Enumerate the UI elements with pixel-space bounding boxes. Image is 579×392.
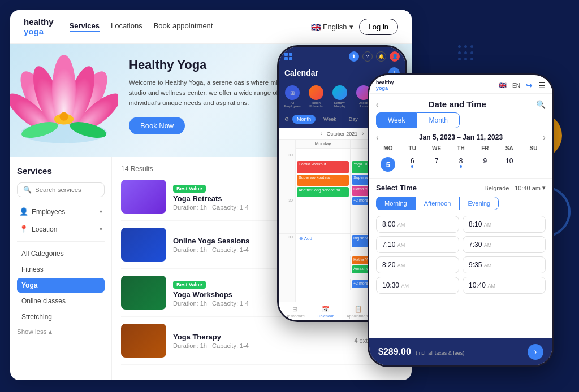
- time-slot[interactable]: 8:10 AM: [463, 216, 546, 233]
- category-yoga[interactable]: Yoga: [17, 278, 105, 293]
- time-slot[interactable]: 10:30 AM: [376, 277, 459, 294]
- employees-label: Employees: [32, 208, 65, 216]
- employees-icon: 👤: [19, 207, 28, 216]
- day-tab[interactable]: Day: [344, 115, 362, 124]
- login-icon[interactable]: ↪: [526, 81, 533, 90]
- appointments-icon: 📋: [355, 306, 362, 313]
- prev-month-arrow[interactable]: ‹: [320, 130, 322, 137]
- nav-locations[interactable]: Locations: [111, 21, 142, 32]
- employees-filter[interactable]: 👤 Employees ▾: [17, 204, 105, 219]
- logo-yoga: yoga: [376, 85, 394, 91]
- chevron-up-icon: ▴: [49, 328, 52, 336]
- time-of-day-tabs: Morning Afternoon Evening: [376, 197, 546, 210]
- datetime-header: ‹ Date and Time 🔍: [369, 94, 552, 112]
- days-row: 5 6 7 8 9 10: [376, 155, 546, 174]
- show-less-button[interactable]: Show less ▴: [17, 328, 105, 336]
- select-time-label: Select Time: [376, 184, 417, 192]
- monday-col3: [296, 256, 351, 273]
- dashboard-icon: ⊞: [292, 306, 297, 313]
- menu-icon[interactable]: ☰: [538, 81, 546, 90]
- day-name: SA: [497, 144, 521, 153]
- time-slot[interactable]: 10:40 AM: [463, 277, 546, 294]
- hero-flower: [10, 44, 123, 157]
- help-icon[interactable]: ?: [362, 51, 373, 62]
- day-name: FR: [473, 144, 497, 153]
- service-card[interactable]: Yoga Therapy Duration: 1h Capacity: 1-4 …: [121, 324, 403, 365]
- time-slot[interactable]: 8:00 AM: [376, 216, 459, 233]
- category-fitness[interactable]: Fitness: [17, 262, 105, 277]
- week-button[interactable]: Week: [376, 112, 417, 128]
- location-filter[interactable]: 📍 Location ▾: [17, 221, 105, 237]
- bell-icon[interactable]: 🔔: [376, 51, 386, 62]
- language-selector[interactable]: 🇬🇧 English ▾: [311, 23, 353, 32]
- employee-kathryn[interactable]: KathrynMurphy: [330, 85, 350, 108]
- tab-dashboard[interactable]: ⊞ Dashboard: [285, 306, 304, 318]
- week-tab[interactable]: Week: [319, 115, 341, 124]
- all-employees-item[interactable]: ⊞ AllEmployees: [282, 85, 303, 108]
- category-online[interactable]: Online classes: [17, 294, 105, 308]
- chevron-down-icon: ▾: [349, 23, 353, 31]
- calendar-day[interactable]: [521, 155, 546, 174]
- share-icon[interactable]: ⬆: [349, 51, 359, 62]
- month-button[interactable]: Month: [417, 112, 459, 128]
- time-slot[interactable]: 8:20 AM: [376, 256, 459, 273]
- nav-book[interactable]: Book appointment: [154, 21, 213, 32]
- nav-services[interactable]: Services: [70, 21, 100, 32]
- time-column3: [279, 256, 296, 279]
- date-range-nav: ‹ Jan 5, 2023 – Jan 11, 2023 ›: [369, 133, 552, 144]
- time-column4: [279, 279, 296, 302]
- calendar-day[interactable]: 10: [497, 155, 521, 174]
- sidebar: Services 🔍 👤 Employees ▾ 📍 Location ▾: [10, 157, 112, 380]
- calendar-event[interactable]: Cardio Workout: [297, 161, 349, 173]
- calendar-event[interactable]: Super workout na...: [297, 175, 349, 186]
- morning-tab[interactable]: Morning: [376, 197, 416, 210]
- select-time-section: Select Time Belgrade - 10:40 am ▾ Mornin…: [369, 178, 552, 300]
- add-event-link[interactable]: ⊕ Add: [296, 234, 350, 243]
- search-input[interactable]: [35, 186, 98, 193]
- tab-calendar[interactable]: 📅 Calendar: [318, 306, 334, 318]
- logo-yoga: yoga: [24, 27, 54, 37]
- back-button[interactable]: ‹: [376, 100, 379, 109]
- calendar-icon: 📅: [322, 306, 330, 313]
- language-label: English: [323, 23, 347, 31]
- book-now-button[interactable]: Book Now: [129, 117, 185, 134]
- calendar-day[interactable]: 6: [400, 155, 425, 174]
- filter-left2: 📍 Location: [19, 225, 57, 233]
- calendar-day[interactable]: 8: [449, 155, 473, 174]
- calendar-day[interactable]: 7: [425, 155, 449, 174]
- calendar-event[interactable]: Another long service na...: [297, 187, 349, 197]
- time-slot[interactable]: 7:10 AM: [376, 236, 459, 253]
- employee-ralph[interactable]: RalphEdwards: [306, 85, 326, 108]
- prev-week-arrow[interactable]: ‹: [376, 133, 379, 142]
- afternoon-tab[interactable]: Afternoon: [416, 197, 460, 210]
- login-button[interactable]: Log in: [359, 19, 398, 35]
- next-month-arrow[interactable]: ›: [362, 130, 364, 137]
- monday-column: Monday Cardio Workout Super workout na..…: [296, 140, 351, 233]
- search-box: 🔍: [17, 182, 105, 197]
- all-employees-avatar: ⊞: [285, 85, 300, 100]
- next-button[interactable]: ›: [528, 344, 543, 360]
- day-name: TU: [400, 144, 425, 153]
- next-week-arrow[interactable]: ›: [543, 133, 546, 142]
- search-icon[interactable]: 🔍: [536, 100, 546, 109]
- calendar-day[interactable]: 5: [376, 155, 400, 174]
- week-month-toggle: Week Month: [369, 112, 552, 133]
- time-slot[interactable]: 7:30 AM: [463, 236, 546, 253]
- service-image: [121, 324, 166, 358]
- category-stretching[interactable]: Stretching: [17, 310, 105, 324]
- evening-tab[interactable]: Evening: [459, 197, 499, 210]
- time-slot: 30: [279, 152, 295, 175]
- time-slot[interactable]: 9:35 AM: [463, 256, 546, 273]
- filter-left: 👤 Employees: [19, 207, 65, 216]
- month-tab[interactable]: Month: [292, 115, 316, 124]
- calendar-day[interactable]: 9: [473, 155, 497, 174]
- price-value: $289.00: [378, 347, 411, 356]
- settings-icon[interactable]: ⚙: [284, 116, 289, 122]
- chevron-down-icon: ▾: [542, 184, 546, 191]
- timezone-selector[interactable]: Belgrade - 10:40 am ▾: [484, 184, 546, 191]
- best-value-badge: Best Value: [173, 281, 206, 289]
- avatar[interactable]: 👤: [390, 51, 400, 62]
- category-all[interactable]: All Categories: [17, 246, 105, 261]
- calendar-label: Calendar: [318, 314, 334, 318]
- nav-links: Services Locations Book appointment: [70, 21, 311, 32]
